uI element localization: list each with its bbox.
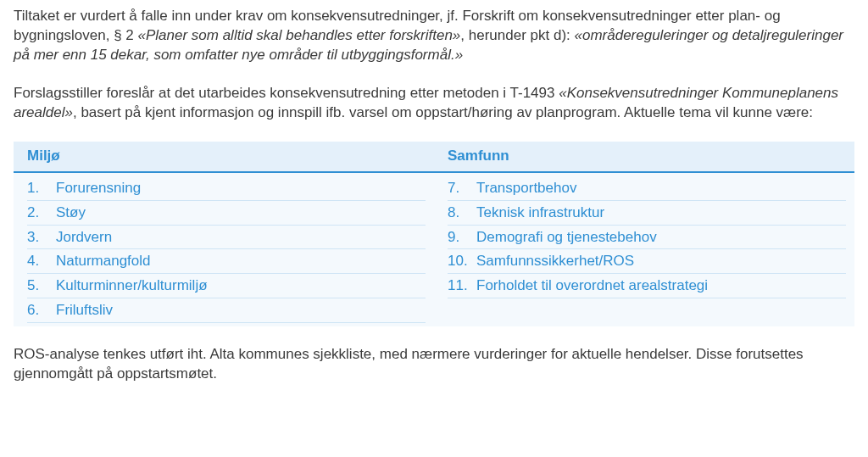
table-body: 1.Forurensning 2.Støy 3.Jordvern 4.Natur…: [14, 173, 854, 327]
p2-text-1: Forslagsstiller foreslår at det utarbeid…: [14, 85, 559, 101]
item-number: 2.: [27, 203, 56, 223]
paragraph-2: Forslagsstiller foreslår at det utarbeid…: [14, 84, 854, 123]
p1-text-2: , herunder pkt d):: [460, 27, 574, 43]
item-number: 7.: [448, 179, 476, 198]
table-col2: 7.Transportbehov 8.Teknisk infrastruktur…: [434, 173, 854, 327]
item-label: Kulturminner/kulturmiljø: [56, 276, 426, 296]
item-label: Friluftsliv: [56, 301, 426, 320]
item-number: 1.: [27, 179, 56, 198]
list-item: 4.Naturmangfold: [27, 249, 426, 274]
list-item: 3.Jordvern: [27, 226, 426, 250]
item-number: 10.: [448, 252, 476, 271]
table-header-col1: Miljø: [14, 142, 434, 171]
item-label: Naturmangfold: [56, 252, 426, 271]
item-label: Transportbehov: [476, 179, 846, 198]
table-col1: 1.Forurensning 2.Støy 3.Jordvern 4.Natur…: [14, 173, 434, 327]
list-item: 10.Samfunnssikkerhet/ROS: [448, 249, 846, 274]
table-header: Miljø Samfunn: [14, 142, 854, 173]
table-header-col2: Samfunn: [434, 142, 854, 171]
list-item: 2.Støy: [27, 201, 426, 226]
list-item: 1.Forurensning: [27, 176, 426, 201]
paragraph-1: Tiltaket er vurdert å falle inn under kr…: [14, 7, 854, 65]
item-label: Forurensning: [56, 179, 426, 198]
list-item: 6.Friluftsliv: [27, 298, 426, 323]
topics-table: Miljø Samfunn 1.Forurensning 2.Støy 3.Jo…: [14, 142, 854, 327]
item-number: 6.: [27, 301, 56, 320]
paragraph-3: ROS-analyse tenkes utført iht. Alta komm…: [14, 345, 854, 384]
list-item: 8.Teknisk infrastruktur: [448, 201, 846, 226]
item-label: Samfunnssikkerhet/ROS: [476, 252, 846, 271]
p1-italic-1: «Planer som alltid skal behandles etter …: [138, 27, 461, 43]
item-number: 11.: [448, 276, 476, 296]
item-label: Jordvern: [56, 228, 426, 248]
item-number: 9.: [448, 228, 476, 248]
item-number: 8.: [448, 203, 476, 223]
list-item: 11.Forholdet til overordnet arealstrateg…: [448, 274, 846, 298]
item-number: 3.: [27, 228, 56, 248]
list-item: 9.Demografi og tjenestebehov: [448, 226, 846, 250]
item-label: Forholdet til overordnet arealstrategi: [476, 276, 846, 296]
item-number: 5.: [27, 276, 56, 296]
item-number: 4.: [27, 252, 56, 271]
item-label: Teknisk infrastruktur: [476, 203, 846, 223]
list-item: 5.Kulturminner/kulturmiljø: [27, 274, 426, 298]
item-label: Demografi og tjenestebehov: [476, 228, 846, 248]
p2-text-2: , basert på kjent informasjon og innspil…: [73, 104, 813, 120]
item-label: Støy: [56, 203, 426, 223]
list-item: 7.Transportbehov: [448, 176, 846, 201]
